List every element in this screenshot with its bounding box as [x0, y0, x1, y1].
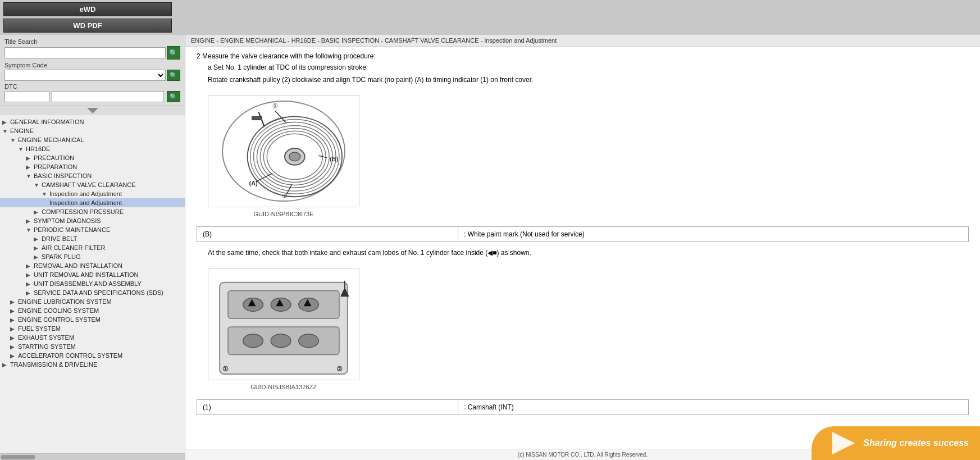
symptom-code-row: 🔍 — [4, 70, 180, 81]
table2-right: : Camshaft (INT) — [458, 400, 968, 415]
search-panel: Title Search 🔍 Symptom Code 🔍 DTC 🔍 — [0, 35, 185, 106]
tree-arrow-icon: ▶ — [26, 290, 34, 296]
tree-item[interactable]: ▶PRECAUTION — [0, 153, 185, 162]
tree-item-label: SYMPTOM DIAGNOSIS — [34, 217, 183, 224]
tree-item[interactable]: ▼CAMSHAFT VALVE CLEARANCE — [0, 180, 185, 189]
tree-item[interactable]: ▶EXHAUST SYSTEM — [0, 333, 185, 342]
tree-item[interactable]: ▼ENGINE MECHANICAL — [0, 135, 185, 144]
tree-item-label: ENGINE COOLING SYSTEM — [18, 307, 183, 314]
tree-arrow-icon: ▶ — [34, 254, 42, 260]
diagram2-label: GUID-NISJSBIA1376ZZ — [208, 384, 359, 390]
table2: (1) : Camshaft (INT) — [197, 399, 969, 415]
tree-item[interactable]: ▶ACCELERATOR CONTROL SYSTEM — [0, 351, 185, 360]
tree-arrow-icon: ▼ — [10, 137, 18, 143]
svg-text:(B): (B) — [330, 156, 338, 162]
tree-item[interactable]: ▶STARTING SYSTEM — [0, 342, 185, 351]
step2-text: 2 Measure the valve clearance with the f… — [197, 52, 969, 60]
table1: (B) : White paint mark (Not used for ser… — [197, 226, 969, 242]
tree-item[interactable]: ▼ENGINE — [0, 126, 185, 135]
tree-item-label: COMPRESSION PRESSURE — [42, 208, 183, 215]
svg-point-10 — [289, 152, 300, 161]
svg-text:①: ① — [272, 102, 278, 109]
wdpdf-button[interactable]: WD PDF — [3, 19, 172, 33]
tree-item-label: PERIODIC MAINTENANCE — [34, 226, 183, 233]
svg-point-30 — [299, 334, 319, 348]
diagram2-container: ① ② GUID-NISJSBIA1376ZZ — [208, 268, 359, 390]
ewd-button[interactable]: eWD — [3, 2, 172, 16]
tree-item[interactable]: ▶COMPRESSION PRESSURE — [0, 207, 185, 216]
dtc-row: 🔍 — [4, 91, 180, 102]
tree-arrow-icon: ▶ — [10, 353, 18, 359]
tree-item[interactable]: ▶SERVICE DATA AND SPECIFICATIONS (SDS) — [0, 288, 185, 297]
svg-rect-20 — [252, 117, 262, 120]
dtc-input2[interactable] — [52, 91, 163, 102]
logo-arrow-icon — [829, 429, 858, 457]
tree-item-label: PREPARATION — [34, 163, 183, 170]
top-bar: eWD WD PDF — [0, 0, 980, 35]
tree-item-label: PRECAUTION — [34, 154, 183, 161]
svg-text:②: ② — [336, 365, 343, 373]
tree-item[interactable]: ▼BASIC INSPECTION — [0, 171, 185, 180]
tree-item-label: BASIC INSPECTION — [34, 172, 183, 179]
tree-item[interactable]: ▶FUEL SYSTEM — [0, 324, 185, 333]
svg-point-29 — [271, 334, 291, 348]
table1-left: (B) — [197, 227, 458, 242]
tree-item[interactable]: ▶SYMPTOM DIAGNOSIS — [0, 216, 185, 225]
tree-item[interactable]: ▶UNIT DISASSEMBLY AND ASSEMBLY — [0, 279, 185, 288]
tree-item[interactable]: ▶TRANSMISSION & DRIVELINE — [0, 360, 185, 369]
tree-item-label: TRANSMISSION & DRIVELINE — [10, 361, 183, 368]
tree-arrow-icon: ▼ — [42, 191, 49, 197]
tree-arrow-icon: ▶ — [26, 263, 34, 269]
tree-arrow-icon: ▼ — [26, 227, 34, 233]
tree-arrow-icon: ▶ — [10, 335, 18, 341]
tree-arrow-icon: ▶ — [26, 164, 34, 170]
tree-item[interactable]: ▶ENGINE CONTROL SYSTEM — [0, 315, 185, 324]
bullet2-text: At the same time, check that both intake… — [208, 248, 969, 258]
dtc-label: DTC — [4, 83, 180, 90]
tree-item-label: STARTING SYSTEM — [18, 343, 183, 350]
scrollbar-thumb — [1, 455, 35, 459]
symptom-code-select[interactable] — [4, 70, 166, 81]
tree-arrow-icon: ▶ — [26, 281, 34, 287]
tree-item[interactable]: ▶UNIT REMOVAL AND INSTALLATION — [0, 270, 185, 279]
tree-item-label: ENGINE — [10, 127, 183, 134]
dtc-search-button[interactable]: 🔍 — [167, 91, 180, 102]
tree-item[interactable]: ▶ENGINE COOLING SYSTEM — [0, 306, 185, 315]
tree-arrow-icon: ▶ — [10, 308, 18, 314]
tree-item[interactable]: ▶GENERAL INFORMATION — [0, 117, 185, 126]
tree-item-label: GENERAL INFORMATION — [10, 119, 183, 125]
tree-arrow-icon: ▶ — [26, 155, 34, 161]
title-search-input[interactable] — [4, 47, 166, 58]
tree-item[interactable]: ▶DRIVE BELT — [0, 234, 185, 243]
tree-navigation: ▶GENERAL INFORMATION▼ENGINE▼ENGINE MECHA… — [0, 115, 185, 453]
tree-arrow-icon: ▼ — [34, 182, 42, 188]
diagram1-label: GUID-NISPBIC3673E — [208, 211, 359, 217]
tree-item[interactable]: ▶REMOVAL AND INSTALLATION — [0, 261, 185, 270]
tree-item[interactable]: ▼HR16DE — [0, 144, 185, 153]
tree-item-label: FUEL SYSTEM — [18, 325, 183, 332]
tree-item-label: UNIT DISASSEMBLY AND ASSEMBLY — [34, 280, 183, 287]
tree-arrow-icon: ▶ — [26, 272, 34, 278]
table1-right: : White paint mark (Not used for service… — [458, 227, 968, 242]
tree-item[interactable]: ▼Inspection and Adjustment — [0, 189, 185, 198]
tree-arrow-icon: ▶ — [10, 317, 18, 323]
tree-item[interactable]: ▶AIR CLEANER FILTER — [0, 243, 185, 252]
tree-item-label: EXHAUST SYSTEM — [18, 334, 183, 341]
collapse-button[interactable] — [0, 106, 185, 115]
dtc-input1[interactable] — [4, 91, 49, 102]
tree-item[interactable]: ▶ENGINE LUBRICATION SYSTEM — [0, 297, 185, 306]
tree-arrow-icon: ▼ — [26, 173, 34, 179]
tree-item-label: SPARK PLUG — [42, 253, 183, 260]
tree-item-label: CAMSHAFT VALVE CLEARANCE — [42, 181, 183, 188]
tree-item[interactable]: ▶PREPARATION — [0, 162, 185, 171]
tree-item[interactable]: ▶SPARK PLUG — [0, 252, 185, 261]
tree-item[interactable]: ▼PERIODIC MAINTENANCE — [0, 225, 185, 234]
tree-arrow-icon: ▶ — [34, 209, 42, 215]
title-search-button[interactable]: 🔍 — [167, 46, 180, 60]
tree-item-label: ENGINE CONTROL SYSTEM — [18, 316, 183, 323]
symptom-search-button[interactable]: 🔍 — [167, 70, 180, 81]
nav-horizontal-scrollbar[interactable] — [0, 453, 185, 460]
tree-item[interactable]: Inspection and Adjustment — [0, 198, 185, 207]
tree-arrow-icon: ▶ — [34, 236, 42, 242]
tree-item-label: REMOVAL AND INSTALLATION — [34, 262, 183, 269]
